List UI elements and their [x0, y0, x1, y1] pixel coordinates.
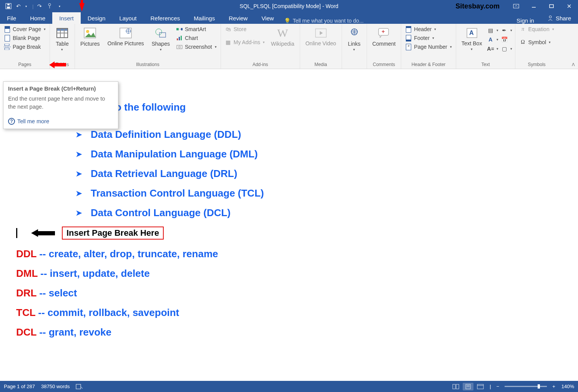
status-proofing-icon[interactable]	[76, 384, 83, 389]
definition-row: DML -- insert, update, delete	[16, 268, 562, 280]
tab-view[interactable]: View	[254, 12, 281, 24]
share-button[interactable]: Share	[540, 12, 578, 24]
group-symbols-label: Symbols	[518, 61, 555, 68]
header-button[interactable]: Header▾	[404, 25, 453, 33]
bullet-item: ➤Data Control Language (DCL)	[75, 207, 562, 219]
my-addins-label: My Add-ins	[234, 39, 260, 45]
drop-cap-button[interactable]: A≡▾	[487, 45, 499, 52]
tab-insert[interactable]: Insert	[52, 12, 81, 24]
pictures-button[interactable]: Pictures	[77, 25, 103, 61]
my-addins-button[interactable]: ▦My Add-ins▾	[223, 38, 266, 46]
chevron-down-icon: ▾	[160, 48, 162, 51]
def-rest: -- commit, rollback, savepoint	[35, 307, 179, 318]
pictures-icon	[83, 26, 97, 40]
ribbon-display-icon[interactable]	[507, 0, 525, 12]
def-abbr: TCL	[16, 307, 35, 318]
chart-button[interactable]: Chart	[174, 34, 218, 42]
symbol-label: Symbol	[528, 39, 546, 45]
qat-dropdown-icon[interactable]: ▾	[56, 2, 63, 10]
chevron-down-icon: ▾	[215, 45, 217, 49]
web-layout-icon[interactable]	[475, 383, 486, 390]
tab-layout[interactable]: Layout	[112, 12, 143, 24]
tab-mailings[interactable]: Mailings	[187, 12, 222, 24]
bullet-arrow-icon: ➤	[75, 130, 82, 140]
zoom-level[interactable]: 140%	[561, 384, 574, 389]
page-break-button[interactable]: Page Break	[2, 43, 47, 51]
def-abbr: DRL	[16, 287, 37, 299]
collapse-ribbon-icon[interactable]: ᐱ	[572, 62, 575, 67]
svg-point-3	[48, 3, 51, 6]
svg-rect-38	[477, 384, 483, 389]
equation-icon: π	[519, 26, 526, 32]
online-video-button[interactable]: Online Video	[302, 25, 339, 61]
signature-icon: ✒	[501, 27, 508, 33]
chevron-down-icon: ▾	[497, 38, 498, 41]
read-mode-icon[interactable]	[450, 383, 461, 390]
zoom-out-icon[interactable]: −	[495, 384, 501, 389]
status-page[interactable]: Page 1 of 287	[4, 384, 35, 389]
definition-row: DDL -- create, alter, drop, truncate, re…	[16, 248, 562, 260]
tab-references[interactable]: References	[143, 12, 187, 24]
sign-in-link[interactable]: Sign in	[510, 17, 540, 24]
print-layout-icon[interactable]	[463, 383, 473, 390]
svg-text:+: +	[382, 28, 385, 35]
comment-button[interactable]: + Comment	[369, 25, 399, 61]
text-box-button[interactable]: A Text Box▾	[458, 25, 485, 61]
store-button[interactable]: 🛍Store	[223, 25, 266, 33]
group-header-footer: Header▾ Footer▾ #Page Number▾ Header & F…	[401, 24, 456, 69]
tab-file[interactable]: File	[0, 12, 23, 24]
maximize-icon[interactable]	[543, 0, 560, 12]
zoom-in-icon[interactable]: +	[551, 384, 557, 389]
signature-line-button[interactable]: ✒▾	[500, 27, 513, 34]
annotation-red-arrow-left	[49, 61, 66, 68]
def-abbr: DDL	[16, 248, 37, 260]
undo-dropdown-icon[interactable]: ▾	[22, 2, 30, 10]
status-words[interactable]: 38750 words	[41, 384, 70, 389]
date-time-button[interactable]: 📅	[500, 36, 513, 43]
svg-rect-32	[76, 384, 81, 389]
group-illustrations-label: Illustrations	[77, 61, 218, 68]
links-button[interactable]: Links▾	[344, 25, 364, 61]
close-icon[interactable]	[560, 0, 578, 12]
group-comments-label: Comments	[369, 61, 399, 68]
undo-icon[interactable]: ↶	[15, 2, 22, 10]
blank-page-button[interactable]: Blank Page	[2, 34, 47, 42]
shapes-button[interactable]: Shapes▾	[148, 25, 173, 61]
wikipedia-button[interactable]: W Wikipedia	[268, 25, 297, 61]
redo-icon[interactable]: ↷	[36, 2, 43, 10]
footer-button[interactable]: Footer▾	[404, 34, 453, 42]
equation-button[interactable]: πEquation▾	[518, 25, 555, 33]
svg-rect-10	[5, 44, 9, 46]
tab-design[interactable]: Design	[81, 12, 113, 24]
tell-me-search[interactable]: 💡 Tell me what you want to do...	[284, 18, 510, 24]
bullet-text: Data Control Language (DCL)	[91, 207, 231, 219]
minimize-icon[interactable]	[525, 0, 543, 12]
tooltip-tell-me-more[interactable]: ? Tell me more	[8, 118, 113, 125]
comment-icon: +	[377, 26, 391, 40]
text-box-icon: A	[465, 26, 479, 40]
svg-rect-1	[7, 7, 10, 8]
svg-rect-2	[7, 4, 10, 5]
smartart-button[interactable]: SmartArt	[174, 25, 218, 33]
page-number-button[interactable]: #Page Number▾	[404, 43, 453, 51]
save-icon[interactable]	[5, 2, 12, 10]
page-break-tooltip: Insert a Page Break (Ctrl+Return) End th…	[3, 81, 118, 129]
quick-parts-button[interactable]: ▤▾	[487, 27, 499, 34]
touch-mode-icon[interactable]	[46, 2, 53, 10]
tab-review[interactable]: Review	[222, 12, 254, 24]
tooltip-more-label: Tell me more	[17, 118, 49, 124]
table-button[interactable]: Table▾	[52, 25, 72, 61]
cover-page-button[interactable]: Cover Page▾	[2, 25, 47, 33]
object-button[interactable]: ▢▾	[500, 45, 513, 52]
tab-home[interactable]: Home	[23, 12, 52, 24]
footer-label: Footer	[414, 35, 429, 41]
chevron-down-icon: ▾	[497, 28, 498, 32]
screenshot-button[interactable]: Screenshot▾	[174, 43, 218, 51]
symbol-button[interactable]: ΩSymbol▾	[518, 38, 555, 46]
online-pictures-button[interactable]: Online Pictures	[105, 25, 147, 61]
wordart-button[interactable]: A▾	[487, 36, 499, 43]
definition-row: DRL -- select	[16, 287, 562, 299]
svg-rect-22	[179, 37, 180, 40]
zoom-slider[interactable]	[505, 386, 547, 387]
wikipedia-label: Wikipedia	[271, 41, 294, 47]
